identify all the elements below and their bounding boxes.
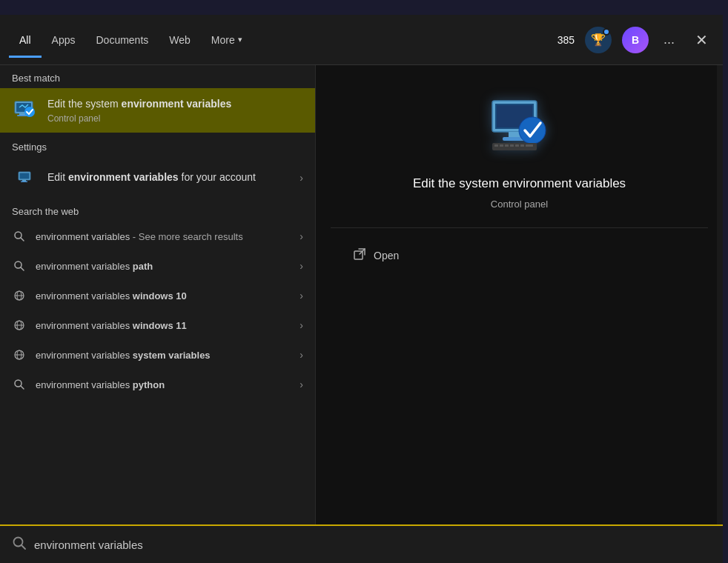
search-item-env-vars-system[interactable]: environment variables system variables ›	[0, 340, 315, 370]
right-panel: Edit the system environment variables Co…	[315, 65, 723, 524]
chevron-right-icon-6: ›	[300, 379, 303, 390]
search-item-text-1: environment variables - See more search …	[36, 231, 291, 242]
search-item-text-3: environment variables windows 10	[36, 290, 291, 302]
settings-item-text: Edit environment variables for your acco…	[47, 170, 291, 185]
search-overlay: All Apps Documents Web More ▾ 385 🏆 B ..…	[0, 15, 723, 563]
tab-all[interactable]: All	[9, 28, 42, 52]
globe-icon-3	[12, 347, 27, 362]
settings-label: Settings	[0, 134, 315, 157]
search-web-label: Search the web	[0, 199, 315, 221]
search-item-text-4: environment variables windows 11	[36, 320, 291, 331]
svg-point-29	[519, 117, 546, 144]
tab-apps[interactable]: Apps	[42, 28, 86, 52]
search-icon	[12, 229, 27, 244]
open-button[interactable]: Open	[345, 243, 406, 269]
search-input[interactable]	[34, 539, 711, 551]
trophy-button[interactable]: 🏆	[585, 27, 612, 53]
app-icon-container	[486, 95, 553, 157]
svg-line-12	[21, 267, 24, 270]
best-match-label: Best match	[0, 65, 315, 88]
chevron-right-icon-2: ›	[300, 260, 303, 272]
globe-icon-svg-1	[13, 290, 25, 302]
tab-documents-label: Documents	[96, 34, 148, 46]
tab-more-label: More	[211, 34, 235, 46]
search-icon-2	[12, 259, 27, 273]
settings-item-title: Edit environment variables for your acco…	[47, 170, 291, 185]
search-item-text-5: environment variables system variables	[36, 350, 291, 361]
globe-icon-2	[12, 318, 27, 333]
search-magnifier-icon	[12, 536, 27, 550]
avatar-initial: B	[632, 34, 639, 46]
search-item-env-vars-win10[interactable]: environment variables windows 10 ›	[0, 281, 315, 310]
tab-web-label: Web	[169, 34, 191, 46]
app-large-icon	[486, 95, 553, 154]
right-panel-divider	[331, 227, 708, 228]
globe-icon-svg-2	[13, 319, 25, 331]
best-match-item[interactable]: Edit the system environment variables Co…	[0, 88, 315, 133]
right-panel-subtitle: Control panel	[491, 199, 548, 210]
svg-line-23	[21, 386, 24, 389]
right-panel-title: Edit the system environment variables	[413, 175, 626, 193]
chevron-right-icon-5: ›	[300, 349, 303, 361]
main-content: Best match	[0, 65, 723, 524]
search-item-env-vars-python[interactable]: environment variables python ›	[0, 370, 315, 399]
search-bar	[0, 524, 723, 563]
chevron-right-icon: ›	[300, 172, 303, 184]
open-label: Open	[374, 250, 399, 261]
magnifier-icon	[13, 230, 25, 242]
svg-rect-32	[500, 144, 503, 147]
search-item-env-vars-win11[interactable]: environment variables windows 11 ›	[0, 310, 315, 340]
best-match-text: Edit the system environment variables Co…	[47, 97, 303, 124]
search-item-text-6: environment variables python	[36, 379, 291, 390]
score-badge: 385	[557, 34, 575, 46]
tab-more[interactable]: More ▾	[201, 28, 253, 52]
svg-line-10	[21, 238, 24, 241]
chevron-right-icon-3: ›	[300, 290, 303, 302]
magnifier-icon-3	[13, 379, 25, 390]
svg-rect-34	[510, 144, 514, 147]
tab-web[interactable]: Web	[159, 28, 201, 52]
svg-rect-31	[494, 144, 498, 147]
control-panel-icon	[12, 97, 39, 124]
settings-icon	[12, 164, 39, 191]
best-match-icon	[12, 97, 39, 124]
svg-rect-36	[520, 144, 524, 147]
nav-right: 385 🏆 B ... ✕	[557, 27, 714, 53]
settings-computer-icon	[17, 170, 33, 186]
best-match-title: Edit the system environment variables	[47, 97, 303, 112]
svg-rect-6	[20, 173, 30, 179]
svg-rect-33	[505, 144, 509, 147]
search-item-text-2: environment variables path	[36, 261, 291, 272]
search-bar-icon	[12, 536, 27, 553]
tab-documents[interactable]: Documents	[85, 28, 159, 52]
trophy-notification-dot	[603, 28, 610, 36]
top-nav: All Apps Documents Web More ▾ 385 🏆 B ..…	[0, 15, 723, 65]
globe-icon-svg-3	[13, 349, 25, 361]
best-match-subtitle: Control panel	[47, 113, 303, 124]
chevron-right-icon-4: ›	[300, 319, 303, 331]
chevron-down-icon: ▾	[238, 35, 242, 44]
search-icon-3	[12, 377, 27, 392]
svg-line-41	[21, 545, 25, 549]
left-panel: Best match	[0, 65, 315, 524]
svg-rect-35	[515, 144, 519, 147]
svg-rect-8	[21, 181, 27, 183]
magnifier-icon-2	[13, 260, 25, 272]
svg-rect-37	[526, 144, 533, 147]
search-item-env-vars-more[interactable]: environment variables - See more search …	[0, 221, 315, 251]
tab-apps-label: Apps	[52, 34, 76, 46]
scroll-indicator	[717, 65, 723, 524]
close-button[interactable]: ✕	[689, 28, 714, 52]
settings-item-env-vars[interactable]: Edit environment variables for your acco…	[0, 157, 315, 199]
open-icon	[353, 247, 366, 264]
svg-rect-27	[509, 132, 520, 138]
chevron-right-icon-1: ›	[300, 230, 303, 242]
more-options-button[interactable]: ...	[659, 29, 679, 50]
external-link-icon	[353, 247, 366, 261]
globe-icon-1	[12, 288, 27, 303]
avatar[interactable]: B	[622, 27, 649, 53]
tab-all-label: All	[19, 34, 31, 46]
search-item-env-vars-path[interactable]: environment variables path ›	[0, 251, 315, 281]
